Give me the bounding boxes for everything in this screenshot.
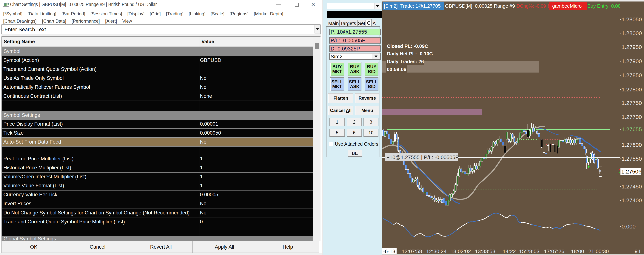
svg-text:+10@1.27555 | P/L: -0.00505P: +10@1.27555 | P/L: -0.00505P xyxy=(386,154,459,160)
svg-text:13:02:02: 13:02:02 xyxy=(450,248,471,254)
svg-text:1.27600: 1.27600 xyxy=(622,142,642,148)
svg-text:!: ! xyxy=(548,3,549,9)
svg-text:1.27900: 1.27900 xyxy=(622,58,642,64)
svg-text:21:00:30: 21:00:30 xyxy=(588,248,609,254)
svg-text:1.27450: 1.27450 xyxy=(622,184,642,190)
svg-text:-6-13: -6-13 xyxy=(383,248,395,254)
svg-text:13:33:53: 13:33:53 xyxy=(475,248,496,254)
svg-text:DChg%: -0.09: DChg%: -0.09 xyxy=(516,3,546,8)
svg-text:1.27506: 1.27506 xyxy=(621,168,642,174)
svg-text:18:00: 18:00 xyxy=(571,248,584,254)
svg-text:9 L: 9 L xyxy=(635,248,642,254)
svg-text:1.27850: 1.27850 xyxy=(622,72,642,78)
svg-text:00:59:06: 00:59:06 xyxy=(387,66,406,72)
svg-text:Daily Net PL: -0.10C: Daily Net PL: -0.10C xyxy=(387,51,433,56)
svg-text:0.000: 0.000 xyxy=(622,224,636,230)
svg-text:17:07:26: 17:07:26 xyxy=(544,248,564,254)
svg-text:1.27700: 1.27700 xyxy=(622,114,642,120)
svg-text:1.27550: 1.27550 xyxy=(622,156,642,162)
svg-text:Daily Trades: 26: Daily Trades: 26 xyxy=(387,59,424,64)
svg-text:12:07:58: 12:07:58 xyxy=(402,248,422,254)
svg-text:gambeeMicro: gambeeMicro xyxy=(552,3,582,9)
svg-text:1.27950: 1.27950 xyxy=(622,44,642,50)
svg-text:1.27800: 1.27800 xyxy=(622,86,642,92)
svg-text:1.28050: 1.28050 xyxy=(622,16,642,22)
svg-text:[Sim2] Trade: 1@1.27705: [Sim2] Trade: 1@1.27705 xyxy=(384,3,441,9)
svg-text:1.27400: 1.27400 xyxy=(622,197,642,204)
svg-text:14:22: 14:22 xyxy=(503,248,516,254)
svg-text:1.27655: 1.27655 xyxy=(622,126,642,132)
svg-text:15:28:03: 15:28:03 xyxy=(519,248,540,254)
svg-text:1.28000: 1.28000 xyxy=(622,30,642,36)
svg-text:GBPUSD[M] 0.00025 Range #9: GBPUSD[M] 0.00025 Range #9 xyxy=(445,3,515,9)
svg-text:Closed PL: -0.09C: Closed PL: -0.09C xyxy=(387,43,428,49)
svg-text:Buy Entry: 0.00: Buy Entry: 0.00 xyxy=(587,3,621,9)
svg-text:12:30:24: 12:30:24 xyxy=(426,248,447,254)
svg-text:1.27750: 1.27750 xyxy=(622,100,642,106)
